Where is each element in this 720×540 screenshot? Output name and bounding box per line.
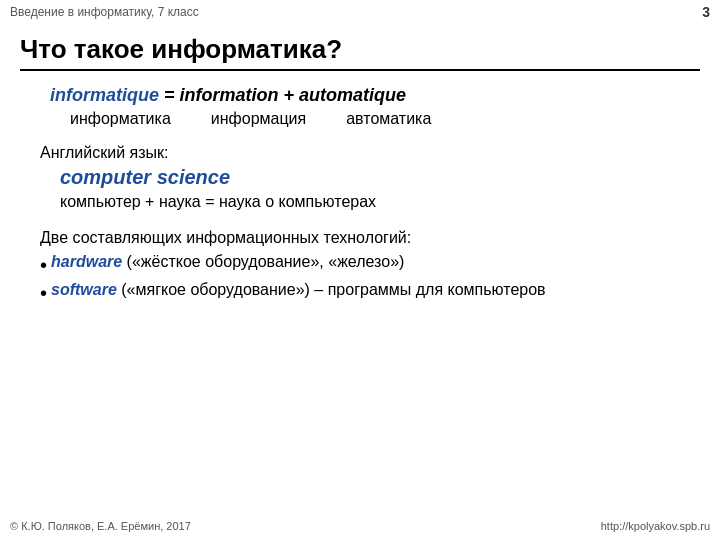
formula-line: informatique = information + automatique [50,85,700,106]
software-text: software («мягкое оборудование») – прогр… [51,281,700,299]
slide-title: Что такое информатика? [20,34,700,71]
components-section: Две составляющих информационных технолог… [30,229,700,305]
hardware-item: • hardware («жёсткое оборудование», «жел… [40,253,700,277]
main-content: Что такое информатика? informatique = in… [0,24,720,319]
formula-word1: informatique [50,85,159,105]
translation-word2: информация [211,110,306,128]
software-item: • software («мягкое оборудование») – про… [40,281,700,305]
formula-plus: + [279,85,300,105]
translation-line: информатика информация автоматика [70,110,700,128]
hardware-term: hardware [51,253,122,270]
footer: © К.Ю. Поляков, Е.А. Ерёмин, 2017 http:/… [10,520,710,532]
formula-section: informatique = information + automatique… [50,85,700,128]
footer-copyright: © К.Ю. Поляков, Е.А. Ерёмин, 2017 [10,520,191,532]
hardware-text: hardware («жёсткое оборудование», «желез… [51,253,700,271]
hardware-desc: («жёсткое оборудование», «железо») [122,253,404,270]
software-bullet: • [40,281,47,305]
formula-word2: information [180,85,279,105]
footer-url: http://kpolyakov.spb.ru [601,520,710,532]
cs-term: computer science [60,166,700,189]
formula-word3: automatique [299,85,406,105]
components-intro: Две составляющих информационных технолог… [40,229,700,247]
course-title: Введение в информатику, 7 класс [10,5,199,19]
top-bar: Введение в информатику, 7 класс 3 [0,0,720,24]
software-desc: («мягкое оборудование») – программы для … [117,281,546,298]
translation-word1: информатика [70,110,171,128]
english-label: Английский язык: [40,144,700,162]
translation-word3: автоматика [346,110,431,128]
hardware-bullet: • [40,253,47,277]
english-section: Английский язык: computer science компью… [40,144,700,211]
slide-number: 3 [702,4,710,20]
cs-translation: компьютер + наука = наука о компьютерах [60,193,700,211]
software-term: software [51,281,117,298]
formula-equals: = [159,85,180,105]
